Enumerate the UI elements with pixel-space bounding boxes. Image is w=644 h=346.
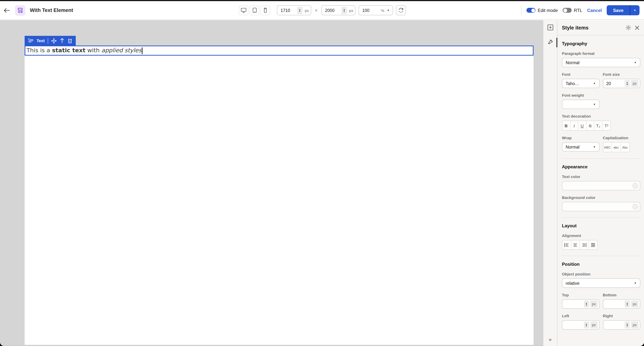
save-split-button: Save ▼ bbox=[607, 5, 640, 15]
close-icon bbox=[635, 25, 640, 30]
selected-text-element[interactable]: This is a static text with applied style… bbox=[25, 46, 534, 56]
font-value: Taho… bbox=[566, 81, 593, 86]
canvas-width-input[interactable] bbox=[280, 8, 297, 12]
position-left-unit-chip: px bbox=[590, 321, 598, 328]
text-color-swatch[interactable] bbox=[632, 183, 638, 188]
font-label: Font bbox=[562, 72, 600, 76]
width-stepper[interactable]: ▲▼ bbox=[297, 6, 302, 14]
object-position-label: Object position bbox=[562, 272, 640, 276]
position-left-input[interactable] bbox=[565, 323, 584, 327]
collapse-sidebar-button[interactable]: » bbox=[549, 336, 552, 342]
rtl-toggle[interactable] bbox=[563, 8, 572, 13]
paragraph-format-select[interactable]: Normal ▼ bbox=[562, 58, 640, 67]
uppercase-button[interactable]: ABC bbox=[603, 142, 612, 152]
move-up-button[interactable] bbox=[60, 38, 64, 43]
window-edge bbox=[0, 0, 644, 1]
underline-button[interactable]: U bbox=[578, 121, 586, 130]
style-panel: Style items bbox=[558, 20, 644, 346]
edit-mode-toggle-row: Edit mode bbox=[526, 8, 558, 13]
capitalize-button[interactable]: Abc bbox=[621, 142, 630, 152]
canvas-scrollbar-track[interactable] bbox=[0, 345, 543, 346]
align-justify-icon bbox=[591, 242, 596, 247]
bold-button[interactable]: B bbox=[562, 121, 570, 130]
background-color-field[interactable] bbox=[562, 202, 640, 211]
chevron-down-icon: ▼ bbox=[634, 282, 636, 284]
element-toolbar: Text bbox=[25, 36, 76, 46]
superscript-button[interactable]: T² bbox=[602, 121, 610, 130]
close-panel-button[interactable] bbox=[635, 25, 640, 30]
panel-settings-button[interactable] bbox=[625, 25, 631, 30]
font-size-stepper[interactable]: ▲▼ bbox=[624, 80, 630, 87]
position-top-input[interactable] bbox=[565, 302, 584, 306]
position-bottom-label: Bottom bbox=[603, 293, 640, 297]
wrap-select[interactable]: Normal ▼ bbox=[562, 142, 600, 152]
lowercase-button[interactable]: abc bbox=[612, 142, 621, 152]
align-justify-button[interactable] bbox=[588, 240, 597, 249]
italic-button[interactable]: I bbox=[570, 121, 578, 130]
save-dropdown-button[interactable]: ▼ bbox=[630, 5, 640, 15]
position-right-field: ▲▼ px bbox=[603, 320, 640, 330]
position-bottom-stepper[interactable]: ▲▼ bbox=[624, 300, 630, 308]
text-color-field[interactable] bbox=[562, 181, 640, 190]
font-select[interactable]: Taho… ▼ bbox=[562, 79, 600, 88]
subscript-button[interactable]: T₂ bbox=[594, 121, 602, 130]
position-top-stepper[interactable]: ▲▼ bbox=[584, 300, 589, 308]
position-right-stepper[interactable]: ▲▼ bbox=[624, 321, 630, 328]
move-element-button[interactable] bbox=[51, 38, 57, 44]
font-size-input[interactable] bbox=[606, 81, 624, 86]
align-right-button[interactable] bbox=[580, 240, 588, 249]
position-right-label: Right bbox=[603, 314, 640, 318]
section-divider bbox=[562, 217, 640, 218]
device-desktop-button[interactable] bbox=[239, 6, 248, 15]
zoom-select[interactable]: 100 % ▼ bbox=[358, 5, 393, 15]
text-element-icon bbox=[28, 38, 34, 43]
paragraph-format-label: Paragraph format bbox=[562, 51, 640, 56]
reset-zoom-button[interactable] bbox=[396, 5, 406, 15]
sidebar-rail: » bbox=[543, 20, 558, 346]
design-canvas[interactable]: Text bbox=[0, 20, 543, 346]
editor-window: With Text Element bbox=[0, 0, 644, 346]
tablet-icon bbox=[252, 8, 257, 13]
background-color-swatch[interactable] bbox=[632, 204, 638, 210]
element-toolbar-divider bbox=[48, 38, 48, 44]
alignment-group bbox=[562, 240, 598, 250]
wrap-label: Wrap bbox=[562, 136, 600, 140]
align-center-icon bbox=[573, 242, 578, 247]
position-bottom-input[interactable] bbox=[606, 302, 624, 306]
align-center-button[interactable] bbox=[571, 240, 580, 249]
save-button[interactable]: Save bbox=[607, 5, 630, 15]
object-position-select[interactable]: relative ▼ bbox=[562, 278, 640, 288]
cancel-button[interactable]: Cancel bbox=[587, 8, 602, 13]
device-mobile-button[interactable] bbox=[260, 6, 270, 15]
page-surface[interactable]: This is a static text with applied style… bbox=[25, 46, 534, 345]
edit-mode-toggle[interactable] bbox=[526, 8, 536, 13]
align-right-icon bbox=[582, 242, 586, 247]
edit-mode-label: Edit mode bbox=[538, 8, 558, 13]
page-title: With Text Element bbox=[30, 8, 73, 13]
position-bottom-unit-chip: px bbox=[631, 300, 638, 308]
canvas-height-input[interactable] bbox=[325, 8, 342, 12]
align-left-button[interactable] bbox=[562, 240, 571, 249]
active-tab-indicator bbox=[556, 38, 558, 48]
top-toolbar: With Text Element bbox=[0, 1, 644, 20]
capitalization-label: Capitalization bbox=[603, 136, 640, 140]
font-weight-label: Font weight bbox=[562, 93, 600, 98]
strikethrough-button[interactable]: S bbox=[586, 121, 594, 130]
style-panel-tab[interactable] bbox=[547, 39, 553, 45]
add-element-button[interactable] bbox=[547, 24, 553, 30]
position-right-input[interactable] bbox=[606, 323, 624, 327]
position-top-label: Top bbox=[562, 293, 600, 297]
position-left-stepper[interactable]: ▲▼ bbox=[584, 321, 589, 328]
background-color-label: Background color bbox=[562, 195, 640, 200]
delete-element-button[interactable] bbox=[68, 38, 72, 43]
text-element-content: This is a static text with applied style… bbox=[26, 47, 142, 54]
font-size-unit-chip: px bbox=[631, 80, 638, 87]
canvas-width-field: ▲▼ px bbox=[277, 5, 311, 15]
element-toolbar-label: Text bbox=[36, 38, 45, 43]
back-button[interactable] bbox=[4, 8, 10, 13]
align-left-icon bbox=[564, 242, 569, 247]
height-stepper[interactable]: ▲▼ bbox=[342, 6, 347, 14]
font-weight-select[interactable]: ▼ bbox=[562, 100, 600, 109]
text-color-label: Text color bbox=[562, 174, 640, 179]
device-tablet-button[interactable] bbox=[250, 6, 259, 15]
